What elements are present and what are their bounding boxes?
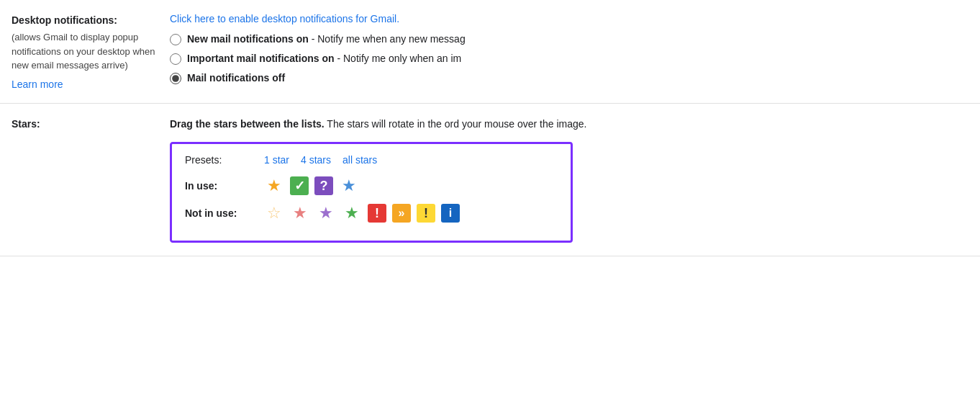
important-mail-radio[interactable] <box>170 53 181 65</box>
stars-desc-bold: Drag the stars between the lists. <box>170 118 325 130</box>
not-in-use-info[interactable]: i <box>441 204 460 223</box>
not-in-use-stars: ☆ ★ ★ ★ ! » ! i <box>264 203 460 223</box>
not-in-use-star-purple[interactable]: ★ <box>316 203 336 223</box>
not-in-use-row: Not in use: ☆ ★ ★ ★ ! » ! i <box>185 203 558 223</box>
in-use-row: In use: ★ ✓ ? ★ <box>185 176 558 196</box>
new-mail-radio[interactable] <box>170 34 181 45</box>
radio-option-new-mail: New mail notifications on - Notify me wh… <box>170 32 968 47</box>
preset-all-stars[interactable]: all stars <box>342 154 377 166</box>
not-in-use-label: Not in use: <box>185 207 264 219</box>
notifications-heading: Desktop notifications: <box>12 14 155 26</box>
in-use-stars: ★ ✓ ? ★ <box>264 176 359 196</box>
radio-option-important-mail: Important mail notifications on - Notify… <box>170 51 968 66</box>
stars-section: Stars: Drag the stars between the lists.… <box>0 104 980 256</box>
notifications-section: Desktop notifications: (allows Gmail to … <box>0 0 980 104</box>
not-in-use-exclaim-yellow[interactable]: ! <box>417 204 435 223</box>
not-in-use-star-pink[interactable]: ★ <box>290 203 310 223</box>
preset-4-stars[interactable]: 4 stars <box>301 154 331 166</box>
in-use-label: In use: <box>185 180 264 192</box>
important-mail-label-bold: Important mail notifications on <box>187 53 335 64</box>
mail-off-label[interactable]: Mail notifications off <box>187 71 285 86</box>
stars-label-col: Stars: <box>12 117 170 134</box>
stars-description: Drag the stars between the lists. The st… <box>170 117 968 132</box>
in-use-star-blue[interactable]: ★ <box>339 176 359 196</box>
in-use-question-icon[interactable]: ? <box>314 176 333 195</box>
enable-desktop-notifications-link[interactable]: Click here to enable desktop notificatio… <box>170 13 968 24</box>
preset-1-star[interactable]: 1 star <box>264 154 289 166</box>
mail-off-label-bold: Mail notifications off <box>187 72 285 84</box>
presets-label: Presets: <box>185 154 250 166</box>
not-in-use-exclaim-red[interactable]: ! <box>368 204 386 223</box>
presets-row: Presets: 1 star 4 stars all stars <box>185 154 558 166</box>
radio-option-mail-off: Mail notifications off <box>170 71 968 86</box>
in-use-check-icon[interactable]: ✓ <box>290 176 309 195</box>
new-mail-label[interactable]: New mail notifications on - Notify me wh… <box>187 32 466 47</box>
important-mail-label-rest: - Notify me only when an im <box>335 53 462 64</box>
notifications-content: Click here to enable desktop notificatio… <box>170 13 968 90</box>
stars-heading: Stars: <box>12 118 155 130</box>
important-mail-label[interactable]: Important mail notifications on - Notify… <box>187 51 461 66</box>
new-mail-label-rest: - Notify me when any new messag <box>309 33 466 45</box>
notifications-label-col: Desktop notifications: (allows Gmail to … <box>12 13 170 90</box>
learn-more-link[interactable]: Learn more <box>12 79 63 90</box>
not-in-use-star-gold-outline[interactable]: ☆ <box>264 203 284 223</box>
stars-desc-rest: The stars will rotate in the ord your mo… <box>325 118 587 130</box>
not-in-use-star-green[interactable]: ★ <box>342 203 362 223</box>
new-mail-label-bold: New mail notifications on <box>187 33 309 45</box>
stars-content: Drag the stars between the lists. The st… <box>170 117 968 243</box>
not-in-use-arrows[interactable]: » <box>392 204 411 223</box>
notifications-description: (allows Gmail to display popup notificat… <box>12 30 155 73</box>
mail-off-radio[interactable] <box>170 73 181 84</box>
stars-box: Presets: 1 star 4 stars all stars In use… <box>170 142 573 243</box>
in-use-star-gold[interactable]: ★ <box>264 176 284 196</box>
